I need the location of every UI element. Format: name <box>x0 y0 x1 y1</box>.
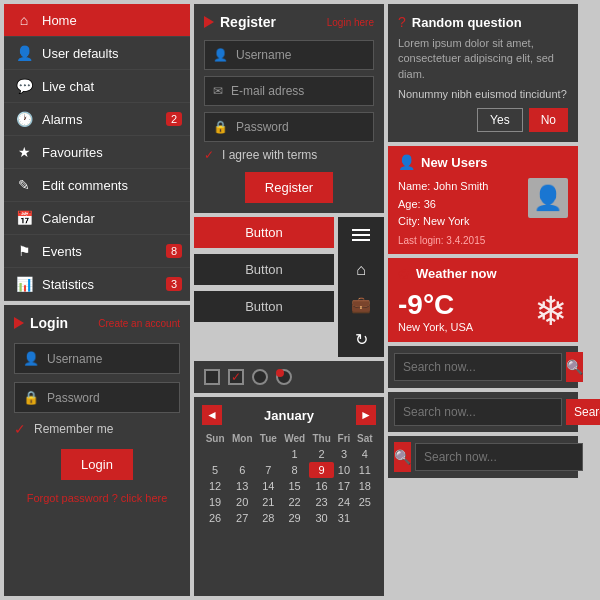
calendar-day[interactable]: 25 <box>354 494 376 510</box>
yes-button[interactable]: Yes <box>477 108 523 132</box>
calendar-day[interactable]: 20 <box>228 494 256 510</box>
no-button[interactable]: No <box>529 108 568 132</box>
calendar-day[interactable]: 13 <box>228 478 256 494</box>
agree-label: I agree with terms <box>222 148 317 162</box>
calendar-day[interactable]: 23 <box>309 494 335 510</box>
button-1[interactable]: Button <box>194 217 334 248</box>
weather-title: Weather now <box>416 266 497 281</box>
nav-icon: 💬 <box>14 78 34 94</box>
register-password-field[interactable]: 🔒 Password <box>204 112 374 142</box>
calendar-day[interactable]: 26 <box>202 510 228 526</box>
login-password-field[interactable]: 🔒 Password <box>14 382 180 413</box>
random-question-text: Nonummy nibh euismod tincidunt? <box>398 88 568 100</box>
calendar-day[interactable]: 17 <box>334 478 353 494</box>
search-input-2[interactable] <box>394 398 562 426</box>
search-input-3[interactable] <box>415 443 583 471</box>
weather-temperature: -9°C <box>398 289 473 321</box>
button-3[interactable]: Button <box>194 291 334 322</box>
checkbox-checked[interactable] <box>228 369 244 385</box>
register-username-field[interactable]: 👤 Username <box>204 40 374 70</box>
login-panel: Login Create an account 👤 Username 🔒 Pas… <box>4 305 190 596</box>
calendar-day[interactable]: 1 <box>280 446 309 462</box>
calendar-day[interactable]: 27 <box>228 510 256 526</box>
calendar-day[interactable]: 2 <box>309 446 335 462</box>
checkbox-unchecked[interactable] <box>204 369 220 385</box>
radio-unchecked[interactable] <box>252 369 268 385</box>
register-button[interactable]: Register <box>245 172 333 203</box>
calendar-day[interactable]: 12 <box>202 478 228 494</box>
snowflake-icon: ❄ <box>534 288 568 334</box>
button-2[interactable]: Button <box>194 254 334 285</box>
calendar-day[interactable]: 31 <box>334 510 353 526</box>
new-users-panel: 👤 New Users Name: John Smith Age: 36 Cit… <box>388 146 578 254</box>
user-info-row: Name: John Smith Age: 36 City: New York … <box>398 178 568 246</box>
radio-checked[interactable] <box>276 369 292 385</box>
calendar-day[interactable]: 9 <box>309 462 335 478</box>
home-icon[interactable]: ⌂ <box>352 257 370 283</box>
login-button[interactable]: Login <box>61 449 133 480</box>
sidebar-item-alarms[interactable]: 🕐 Alarms 2 <box>4 103 190 136</box>
calendar-day <box>202 446 228 462</box>
calendar-day[interactable]: 14 <box>256 478 280 494</box>
calendar-day[interactable]: 10 <box>334 462 353 478</box>
calendar-day[interactable]: 6 <box>228 462 256 478</box>
weather-header: ✿ Weather now <box>398 266 568 282</box>
login-header: Login Create an account <box>14 315 180 331</box>
calendar-day[interactable]: 24 <box>334 494 353 510</box>
calendar-day[interactable]: 15 <box>280 478 309 494</box>
sidebar-item-live-chat[interactable]: 💬 Live chat <box>4 70 190 103</box>
sidebar-item-statistics[interactable]: 📊 Statistics 3 <box>4 268 190 301</box>
calendar-day[interactable]: 16 <box>309 478 335 494</box>
side-icons: ⌂ 💼 ↻ <box>338 217 384 357</box>
forgot-password-text: Forgot password ? <box>27 492 118 504</box>
calendar-day[interactable]: 29 <box>280 510 309 526</box>
sidebar-item-user-defaults[interactable]: 👤 User defaults <box>4 37 190 70</box>
login-here-link[interactable]: Login here <box>327 17 374 28</box>
email-icon: ✉ <box>213 84 223 98</box>
click-here-link[interactable]: click here <box>121 492 167 504</box>
calendar-day[interactable]: 22 <box>280 494 309 510</box>
register-email-field[interactable]: ✉ E-mail adress <box>204 76 374 106</box>
calendar-day[interactable]: 21 <box>256 494 280 510</box>
login-username-field[interactable]: 👤 Username <box>14 343 180 374</box>
sidebar-item-calendar[interactable]: 📅 Calendar <box>4 202 190 235</box>
calendar-day-header: Wed <box>280 431 309 446</box>
calendar-day[interactable]: 30 <box>309 510 335 526</box>
sidebar-item-events[interactable]: ⚑ Events 8 <box>4 235 190 268</box>
calendar-day[interactable]: 18 <box>354 478 376 494</box>
hamburger-line <box>352 234 370 236</box>
register-title-text: Register <box>220 14 276 30</box>
weather-content: -9°C New York, USA ❄ <box>398 288 568 334</box>
calendar-day[interactable]: 11 <box>354 462 376 478</box>
agree-terms-row: ✓ I agree with terms <box>204 148 374 162</box>
nav-icon: 📊 <box>14 276 34 292</box>
middle-column: Register Login here 👤 Username ✉ E-mail … <box>194 4 384 596</box>
calendar-day[interactable]: 19 <box>202 494 228 510</box>
calendar-prev-button[interactable]: ◄ <box>202 405 222 425</box>
hamburger-menu[interactable] <box>342 221 380 249</box>
search-icon-button-1[interactable]: 🔍 <box>566 352 583 382</box>
calendar-day[interactable]: 7 <box>256 462 280 478</box>
refresh-icon[interactable]: ↻ <box>351 326 372 353</box>
create-account-link[interactable]: Create an account <box>98 318 180 329</box>
calendar-day[interactable]: 4 <box>354 446 376 462</box>
search-icon-button-3[interactable]: 🔍 <box>394 442 411 472</box>
remember-me-label: Remember me <box>34 422 113 436</box>
forgot-password-row: Forgot password ? click here <box>14 492 180 504</box>
sidebar-item-favourites[interactable]: ★ Favourites <box>4 136 190 169</box>
register-title: Register <box>204 14 276 30</box>
sidebar-item-home[interactable]: ⌂ Home <box>4 4 190 37</box>
sidebar-item-edit-comments[interactable]: ✎ Edit comments <box>4 169 190 202</box>
calendar-day[interactable]: 28 <box>256 510 280 526</box>
calendar-day[interactable]: 5 <box>202 462 228 478</box>
briefcase-icon[interactable]: 💼 <box>347 291 375 318</box>
search-button-2[interactable]: Search <box>566 399 600 425</box>
calendar-day <box>228 446 256 462</box>
search-input-1[interactable] <box>394 353 562 381</box>
calendar-day[interactable]: 8 <box>280 462 309 478</box>
weather-panel: ✿ Weather now -9°C New York, USA ❄ <box>388 258 578 342</box>
calendar-day[interactable]: 3 <box>334 446 353 462</box>
email-placeholder: E-mail adress <box>231 84 304 98</box>
users-icon: 👤 <box>398 154 415 170</box>
calendar-next-button[interactable]: ► <box>356 405 376 425</box>
